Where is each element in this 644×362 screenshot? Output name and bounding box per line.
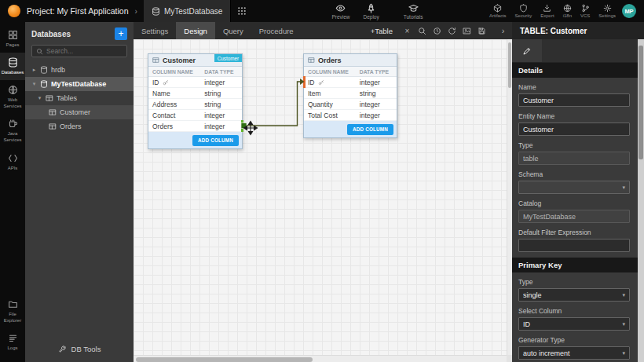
sidebar-item-pages[interactable]: Pages	[0, 25, 25, 53]
section-primary-key: Primary Key	[512, 258, 638, 272]
apps-grid-icon[interactable]	[237, 6, 247, 16]
collapse-panel-icon[interactable]: ›	[496, 22, 510, 39]
canvas-vertical-scrollbar[interactable]	[507, 39, 512, 355]
scrollbar-thumb[interactable]	[639, 46, 643, 159]
field-label-catalog: Catalog	[518, 199, 631, 207]
chevron-down-icon[interactable]: ▾	[31, 81, 37, 87]
column-row-name[interactable]: Name string	[148, 88, 242, 99]
tree-item-orders[interactable]: Orders	[25, 119, 134, 133]
database-icon	[40, 80, 48, 88]
tutorials-button[interactable]: Tutorials	[404, 3, 423, 20]
toolbar-spacer	[302, 22, 364, 39]
design-canvas[interactable]: Customer Customer COLUMN NAME DATA TYPE …	[134, 39, 507, 355]
security-button[interactable]: Security	[515, 4, 532, 18]
app-logo-icon[interactable]	[8, 5, 20, 17]
caret-down-icon: ▾	[622, 350, 625, 357]
column-row-address[interactable]: Address string	[148, 99, 242, 110]
export-image-icon[interactable]	[459, 22, 474, 39]
table-card-header[interactable]: Orders	[304, 54, 397, 67]
chevron-down-icon[interactable]: ▾	[37, 95, 42, 101]
tab-design[interactable]: Design	[176, 22, 215, 39]
table-card-footer: ADD COLUMN	[148, 132, 242, 148]
deploy-rocket-icon	[366, 3, 376, 13]
properties-scrollbar[interactable]	[638, 39, 644, 362]
discard-icon[interactable]: ×	[400, 22, 415, 39]
topbar-utilities: Artifacts Security Export i18n VCS Setti…	[489, 4, 616, 18]
table-card-footer: ADD COLUMN	[304, 121, 397, 137]
generator-type-select[interactable]: auto increment ▾	[518, 346, 630, 360]
tab-procedure[interactable]: Procedure	[251, 22, 302, 39]
save-icon[interactable]	[474, 22, 489, 39]
pk-type-select[interactable]: single ▾	[518, 288, 630, 302]
add-column-button[interactable]: ADD COLUMN	[347, 124, 393, 135]
column-headers: COLUMN NAME DATA TYPE	[304, 67, 397, 77]
relation-source-handle[interactable]	[241, 120, 243, 132]
select-column-select[interactable]: ID ▾	[518, 317, 630, 331]
zoom-search-icon[interactable]	[415, 22, 430, 39]
table-title: Customer	[163, 57, 196, 64]
deploy-button[interactable]: Deploy	[364, 3, 379, 20]
i18n-button[interactable]: i18n	[563, 4, 572, 18]
refresh-icon[interactable]	[445, 22, 459, 39]
search-input[interactable]	[46, 47, 123, 55]
security-shield-icon	[519, 4, 528, 13]
settings-button[interactable]: Settings	[598, 4, 616, 18]
scrollbar-thumb[interactable]	[508, 42, 511, 88]
sidebar-item-databases[interactable]: Databases	[0, 53, 25, 80]
canvas-horizontal-scrollbar[interactable]	[134, 355, 507, 362]
sidebar-item-apis[interactable]: APIs	[0, 148, 25, 176]
database-search[interactable]	[31, 45, 127, 57]
tree-item-customer[interactable]: Customer	[25, 105, 134, 119]
web-services-globe-icon	[8, 85, 18, 95]
field-label-select-column: Select Column	[518, 307, 631, 315]
db-tools-button[interactable]: DB Tools	[25, 338, 134, 362]
tab-label: MyTestDatabase	[164, 7, 222, 16]
primary-key-icon	[318, 79, 324, 86]
name-input[interactable]	[518, 93, 630, 107]
caret-down-icon: ▾	[622, 292, 625, 298]
database-tree: ▸ hrdb ▾ MyTestDatabase ▾ Tables Custome…	[25, 63, 134, 338]
scrollbar-thumb[interactable]	[136, 357, 313, 362]
add-table-button[interactable]: +Table	[364, 22, 400, 39]
add-column-button[interactable]: ADD COLUMN	[192, 135, 239, 146]
default-filter-input[interactable]	[518, 239, 630, 252]
table-card-orders[interactable]: Orders COLUMN NAME DATA TYPE ID integer …	[303, 53, 397, 138]
column-row-orders[interactable]: Orders integer	[148, 121, 242, 132]
tree-item-mytestdatabase[interactable]: ▾ MyTestDatabase	[25, 77, 134, 91]
sidebar-item-logs[interactable]: Logs	[0, 328, 25, 356]
designer-toolbar: Settings Design Query Procedure +Table ×…	[134, 22, 512, 39]
sidebar-item-java-services[interactable]: Java Services	[0, 114, 25, 148]
sidebar-item-web-services[interactable]: Web Services	[0, 80, 25, 114]
field-label-generator-type: Generator Type	[518, 336, 631, 344]
user-avatar[interactable]: MP	[622, 4, 636, 18]
entity-name-input[interactable]	[518, 122, 630, 136]
tab-edit[interactable]	[512, 39, 542, 62]
top-bar: Project: My First Application › MyTestDa…	[0, 0, 644, 22]
vcs-button[interactable]: VCS	[580, 4, 590, 18]
column-row-id[interactable]: ID integer	[304, 77, 397, 88]
chevron-right-icon[interactable]: ▸	[31, 67, 37, 73]
left-rail: Pages Databases Web Services Java Servic…	[0, 22, 25, 362]
artifacts-button[interactable]: Artifacts	[489, 4, 507, 18]
table-card-customer[interactable]: Customer Customer COLUMN NAME DATA TYPE …	[148, 53, 243, 149]
history-icon[interactable]	[430, 22, 445, 39]
column-row-id[interactable]: ID integer	[148, 77, 242, 88]
column-row-total-cost[interactable]: Total Cost integer	[304, 110, 397, 121]
i18n-globe-icon	[563, 4, 572, 13]
preview-button[interactable]: Preview	[331, 3, 349, 20]
tree-item-tables[interactable]: ▾ Tables	[25, 91, 134, 105]
databases-icon	[8, 57, 18, 68]
add-database-button[interactable]: +	[115, 27, 127, 40]
tab-settings[interactable]: Settings	[134, 22, 176, 39]
export-button[interactable]: Export	[540, 4, 554, 18]
tab-mytestdatabase[interactable]: MyTestDatabase	[144, 0, 231, 22]
rail-spacer	[0, 176, 25, 294]
table-card-header[interactable]: Customer Customer	[148, 54, 242, 67]
column-row-item[interactable]: Item string	[304, 88, 397, 99]
artifacts-cube-icon	[493, 4, 502, 13]
tab-query[interactable]: Query	[215, 22, 251, 39]
column-row-contact[interactable]: Contact integer	[148, 110, 242, 121]
column-row-quantity[interactable]: Quantity integer	[304, 99, 397, 110]
tree-item-hrdb[interactable]: ▸ hrdb	[25, 63, 134, 77]
sidebar-item-file-explorer[interactable]: File Explorer	[0, 294, 25, 328]
